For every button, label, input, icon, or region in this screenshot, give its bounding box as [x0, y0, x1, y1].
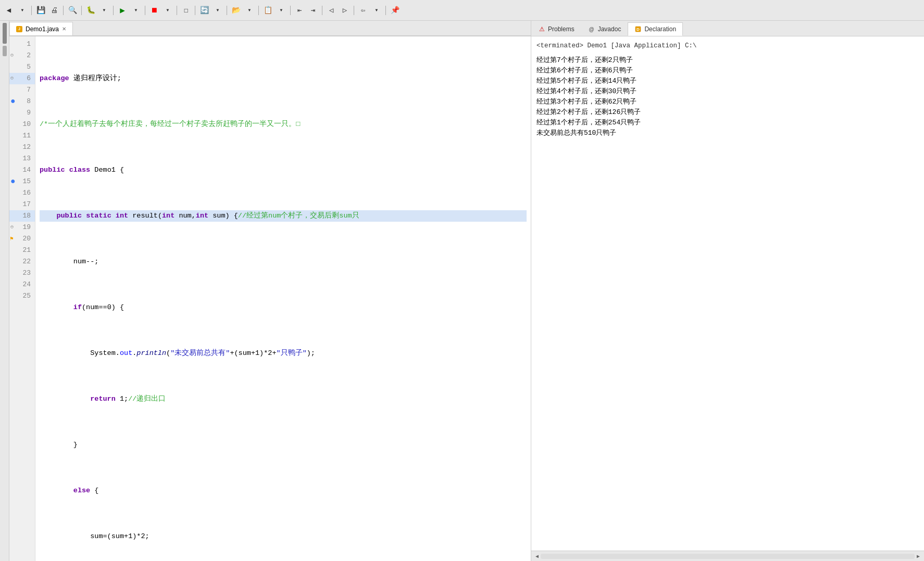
- line-num-20: ⚑ 20: [9, 233, 35, 245]
- code-line-8: if(num==0) {: [40, 302, 527, 313]
- tab-close-button[interactable]: ✕: [62, 26, 66, 32]
- code-line-1: package 递归程序设计;: [40, 73, 527, 84]
- line-num-6: ⊖ 6: [9, 73, 35, 84]
- console-line-5: 经过第3个村子后，还剩62只鸭子: [536, 97, 919, 107]
- tab-declaration[interactable]: D Declaration: [628, 22, 683, 36]
- console-output: <terminated> Demo1 [Java Application] C:…: [531, 36, 924, 551]
- toolbar-separator: [31, 6, 32, 15]
- line-num-11: 11: [9, 130, 35, 142]
- outline-button[interactable]: 📋: [262, 5, 273, 16]
- line-num-13: 13: [9, 153, 35, 164]
- right-bottom-scrollbar[interactable]: ◀ ▶: [531, 551, 924, 561]
- java-file-icon: J: [16, 26, 22, 32]
- code-line-2: /*一个人赶着鸭子去每个村庄卖，每经过一个村子卖去所赶鸭子的一半又一只。□: [40, 119, 527, 130]
- line-num-15: ● 15: [9, 176, 35, 187]
- line-num-10: 10: [9, 119, 35, 130]
- code-editor[interactable]: 1 ⊖ 2 5 ⊖ 6 7: [9, 36, 531, 561]
- run-dropdown[interactable]: ▼: [130, 5, 142, 16]
- code-line-6: public static int result(int num,int sum…: [40, 210, 527, 222]
- console-line-6: 经过第2个村子后，还剩126只鸭子: [536, 107, 919, 118]
- tab-filename: Demo1.java: [26, 26, 59, 33]
- scroll-right-icon[interactable]: ▶: [915, 553, 922, 559]
- tab-problems[interactable]: ⚠ Problems: [531, 22, 581, 36]
- toolbar-separator: [258, 6, 259, 15]
- code-line-10: return 1;//递归出口: [40, 393, 527, 405]
- line-num-17: 17: [9, 199, 35, 210]
- toolbar-separator: [354, 6, 354, 15]
- tab-javadoc[interactable]: @ Javadoc: [581, 22, 628, 36]
- debug-dropdown[interactable]: ▼: [98, 5, 110, 16]
- gutter-icon-1: [3, 23, 7, 44]
- gutter-icon-2: [3, 46, 7, 56]
- refresh-dropdown[interactable]: ▼: [212, 5, 223, 16]
- line-num-18: 18: [9, 210, 35, 222]
- line-num-9: 9: [9, 107, 35, 119]
- last-edit-button[interactable]: ⇦: [357, 5, 369, 16]
- toolbar-separator: [322, 6, 322, 15]
- open-type-button[interactable]: 📂: [230, 5, 242, 16]
- toolbar-separator: [195, 6, 195, 15]
- line-num-21: 21: [9, 245, 35, 256]
- declaration-label: Declaration: [644, 26, 676, 33]
- last-edit-dropdown[interactable]: ▼: [371, 5, 382, 16]
- toolbar: ◀ ▼ 💾 🖨 🔍 🐛 ▼ ▶ ▼ ⏹ ▼ ☐ 🔄 ▼ 📂 ▼ 📋 ▼ ⇤ ⇥ …: [0, 0, 924, 21]
- right-panel: ⚠ Problems @ Javadoc D Declaration: [531, 21, 924, 561]
- console-line-3: 经过第5个村子后，还剩14只鸭子: [536, 76, 919, 86]
- line-num-12: 12: [9, 142, 35, 153]
- problems-icon: ⚠: [538, 26, 545, 33]
- back-button[interactable]: ◀: [3, 5, 15, 16]
- declaration-icon: D: [634, 26, 642, 33]
- right-tab-bar: ⚠ Problems @ Javadoc D Declaration: [531, 21, 924, 36]
- toolbar-separator: [227, 6, 227, 15]
- toolbar-separator: [177, 6, 177, 15]
- code-line-13: sum=(sum+1)*2;: [40, 531, 527, 542]
- refresh-button[interactable]: 🔄: [198, 5, 210, 16]
- line-num-2: ⊖ 2: [9, 50, 35, 61]
- console-line-4: 经过第4个村子后，还剩30只鸭子: [536, 86, 919, 97]
- editor-tab[interactable]: J Demo1.java ✕: [9, 22, 73, 35]
- line-num-5: 5: [9, 61, 35, 73]
- new-java-button[interactable]: ☐: [180, 5, 192, 16]
- dropdown-btn[interactable]: ▼: [17, 5, 28, 16]
- line-numbers: 1 ⊖ 2 5 ⊖ 6 7: [9, 36, 35, 561]
- toolbar-separator: [113, 6, 114, 15]
- line-num-7: 7: [9, 84, 35, 96]
- stop-button[interactable]: ⏹: [148, 5, 160, 16]
- console-line-1: 经过第7个村子后，还剩2只鸭子: [536, 55, 919, 66]
- javadoc-icon: @: [588, 26, 595, 33]
- line-num-16: 16: [9, 187, 35, 199]
- toolbar-separator: [63, 6, 64, 15]
- prev-edit-button[interactable]: ⇤: [294, 5, 305, 16]
- console-header: <terminated> Demo1 [Java Application] C:…: [536, 41, 919, 51]
- line-num-19: ⊖ 19: [9, 222, 35, 233]
- toolbar-separator: [145, 6, 145, 15]
- problems-label: Problems: [548, 26, 575, 33]
- open-type-dropdown[interactable]: ▼: [244, 5, 255, 16]
- tab-bar: J Demo1.java ✕: [9, 21, 531, 36]
- code-line-9: System.out.println("未交易前总共有"+(sum+1)*2+"…: [40, 348, 527, 359]
- print-button[interactable]: 🖨: [48, 5, 60, 16]
- forward-history-button[interactable]: ▷: [339, 5, 351, 16]
- outline-dropdown[interactable]: ▼: [276, 5, 287, 16]
- main-area: J Demo1.java ✕ 1 ⊖ 2 5: [0, 21, 924, 561]
- console-line-7: 经过第1个村子后，还剩254只鸭子: [536, 118, 919, 128]
- debug-button[interactable]: 🐛: [85, 5, 96, 16]
- line-num-1: 1: [9, 39, 35, 50]
- save-button[interactable]: 💾: [35, 5, 46, 16]
- line-num-22: 22: [9, 256, 35, 267]
- run-button[interactable]: ▶: [117, 5, 128, 16]
- next-edit-button[interactable]: ⇥: [307, 5, 319, 16]
- search-button[interactable]: 🔍: [67, 5, 78, 16]
- code-line-11: }: [40, 439, 527, 451]
- code-line-5: public class Demo1 {: [40, 164, 527, 176]
- stop-dropdown[interactable]: ▼: [162, 5, 173, 16]
- scroll-left-icon[interactable]: ◀: [533, 553, 541, 559]
- line-num-8: ● 8: [9, 96, 35, 107]
- line-num-25: 25: [9, 290, 35, 302]
- toolbar-separator: [290, 6, 291, 15]
- code-content[interactable]: package 递归程序设计; /*一个人赶着鸭子去每个村庄卖，每经过一个村子卖…: [35, 36, 531, 561]
- pin-button[interactable]: 📌: [389, 5, 401, 16]
- back-history-button[interactable]: ◁: [326, 5, 337, 16]
- line-num-24: 24: [9, 279, 35, 290]
- editor-panel: J Demo1.java ✕ 1 ⊖ 2 5: [9, 21, 531, 561]
